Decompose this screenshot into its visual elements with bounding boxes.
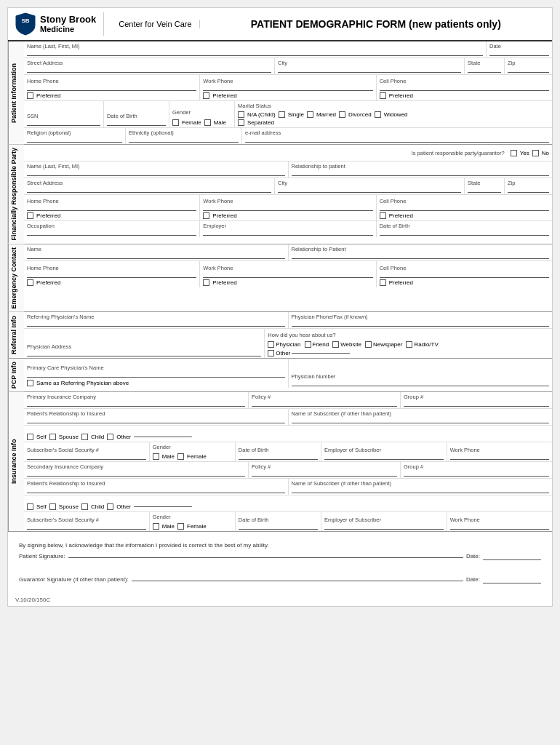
- em-cell-phone-input[interactable]: [380, 272, 549, 278]
- ins-other-input[interactable]: [134, 437, 192, 437]
- em-work-preferred-cb[interactable]: [203, 279, 209, 286]
- svg-text:SB: SB: [21, 17, 29, 24]
- date-input[interactable]: [489, 50, 549, 56]
- group-input[interactable]: [404, 401, 549, 407]
- name-input[interactable]: [27, 50, 483, 56]
- no-cb[interactable]: [532, 150, 539, 156]
- sec-spouse-cb[interactable]: [49, 503, 56, 510]
- fin-zip-input[interactable]: [508, 187, 549, 193]
- na-child-cb[interactable]: [238, 111, 244, 118]
- secondary-policy-input[interactable]: [252, 471, 397, 477]
- em-work-phone-input[interactable]: [203, 272, 372, 278]
- ins-child-cb[interactable]: [81, 434, 88, 440]
- secondary-company-input[interactable]: [27, 471, 245, 477]
- subscriber-name-input[interactable]: [292, 418, 550, 423]
- separated-cb[interactable]: [238, 119, 244, 126]
- physician-number-input[interactable]: [292, 381, 550, 386]
- em-home-phone-input[interactable]: [27, 272, 196, 278]
- sec-work-phone-input[interactable]: [450, 524, 549, 530]
- website-opt-cb[interactable]: [332, 341, 339, 348]
- sec-subscriber-name-input[interactable]: [292, 487, 550, 493]
- dob-input[interactable]: [107, 120, 166, 126]
- fin-cell-phone-input[interactable]: [380, 205, 549, 211]
- fin-work-preferred-cb[interactable]: [203, 212, 209, 219]
- ins-work-phone-input[interactable]: [450, 454, 549, 460]
- guarantor-date-input[interactable]: [483, 576, 541, 583]
- yes-cb[interactable]: [511, 150, 517, 156]
- home-preferred-cb[interactable]: [27, 92, 33, 99]
- sec-other-input[interactable]: [134, 506, 192, 507]
- widowed-cb[interactable]: [375, 111, 381, 118]
- ins-self-cb[interactable]: [27, 434, 33, 440]
- patient-sig-input[interactable]: [68, 557, 463, 558]
- male-cb[interactable]: [204, 119, 211, 126]
- same-as-referring-cb[interactable]: [27, 380, 33, 386]
- radio-opt-cb[interactable]: [406, 341, 412, 348]
- ins-other-cb[interactable]: [107, 434, 113, 440]
- pcp-name-input[interactable]: [27, 372, 285, 378]
- physician-addr-input[interactable]: [27, 351, 261, 356]
- sec-self-cb[interactable]: [27, 503, 33, 510]
- occupation-input[interactable]: [27, 230, 196, 236]
- other-opt-cb[interactable]: [268, 350, 274, 356]
- physician-phone-input[interactable]: [292, 321, 550, 327]
- fin-relationship-input[interactable]: [292, 170, 550, 176]
- em-home-preferred-cb[interactable]: [27, 279, 33, 286]
- secondary-group-input[interactable]: [404, 471, 549, 477]
- street-input[interactable]: [27, 67, 271, 73]
- ins-spouse-cb[interactable]: [49, 434, 56, 440]
- patient-date-input[interactable]: [483, 553, 541, 560]
- work-preferred-cb[interactable]: [203, 92, 209, 99]
- state-input[interactable]: [468, 67, 501, 73]
- ins-female-cb[interactable]: [177, 453, 184, 460]
- female-cb[interactable]: [172, 119, 179, 126]
- single-cb[interactable]: [279, 111, 285, 118]
- sec-other-cb[interactable]: [107, 503, 113, 510]
- newspaper-opt-cb[interactable]: [365, 341, 372, 348]
- sec-sub-ssn-input[interactable]: [27, 524, 146, 530]
- cell-phone-input[interactable]: [380, 85, 549, 91]
- guarantor-sig-input[interactable]: [132, 581, 463, 581]
- primary-company-input[interactable]: [27, 401, 245, 407]
- em-cell-preferred-cb[interactable]: [380, 279, 386, 286]
- fin-street-input[interactable]: [27, 187, 271, 193]
- fin-home-preferred-cb[interactable]: [27, 212, 33, 219]
- ssn-input[interactable]: [27, 120, 100, 126]
- other-input[interactable]: [292, 353, 350, 354]
- policy-input[interactable]: [252, 401, 397, 407]
- ins-relationship-input[interactable]: [27, 418, 285, 423]
- ins-sub-dob-input[interactable]: [239, 454, 318, 460]
- religion-input[interactable]: [27, 137, 122, 143]
- cell-preferred-cb[interactable]: [380, 92, 386, 99]
- fin-cell-preferred-cb[interactable]: [380, 212, 386, 219]
- fin-name-input[interactable]: [27, 170, 285, 176]
- sec-child-cb[interactable]: [81, 503, 88, 510]
- sec-relationship-input[interactable]: [27, 487, 285, 493]
- fin-work-phone-input[interactable]: [203, 205, 372, 211]
- friend-opt-cb[interactable]: [305, 341, 311, 348]
- ethnicity-input[interactable]: [129, 137, 239, 143]
- home-phone-input[interactable]: [27, 85, 196, 91]
- work-phone-input[interactable]: [203, 85, 372, 91]
- fin-city-input[interactable]: [278, 187, 461, 193]
- ins-male-cb[interactable]: [153, 453, 159, 460]
- ins-employer-input[interactable]: [324, 454, 444, 460]
- fin-home-phone-input[interactable]: [27, 205, 196, 211]
- sec-male-cb[interactable]: [153, 523, 159, 530]
- employer-input[interactable]: [203, 230, 372, 236]
- married-cb[interactable]: [307, 111, 313, 118]
- city-input[interactable]: [278, 67, 461, 73]
- fin-state-input[interactable]: [468, 187, 501, 193]
- email-input[interactable]: [245, 137, 549, 143]
- divorced-cb[interactable]: [339, 111, 345, 118]
- referring-input[interactable]: [27, 321, 285, 327]
- em-name-input[interactable]: [27, 253, 285, 259]
- sec-female-cb[interactable]: [177, 523, 184, 530]
- sec-employer-input[interactable]: [324, 524, 444, 530]
- zip-input[interactable]: [508, 67, 549, 73]
- ins-sub-ssn-input[interactable]: [27, 454, 146, 460]
- sec-sub-dob-input[interactable]: [239, 524, 318, 530]
- physician-opt-cb[interactable]: [268, 341, 274, 348]
- em-relationship-input[interactable]: [292, 253, 550, 259]
- fin-dob-input[interactable]: [380, 230, 549, 236]
